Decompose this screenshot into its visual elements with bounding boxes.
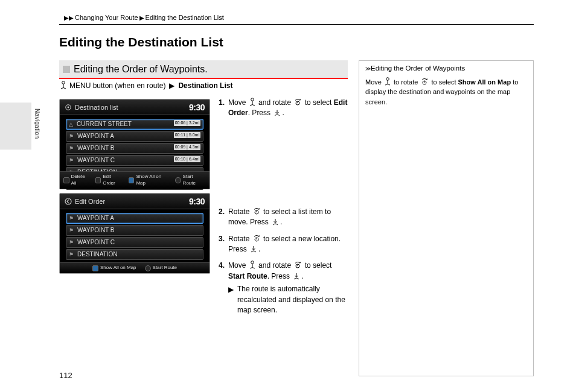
footer-button-label: Start Route bbox=[183, 174, 206, 187]
footer-button-label: Show All on Map bbox=[100, 265, 136, 271]
joystick-icon bbox=[249, 261, 256, 270]
menu-path-prefix: MENU button (when en route) bbox=[69, 81, 165, 90]
step-text: Rotate to select a new location. Press . bbox=[228, 234, 348, 255]
list-item-label: WAYPOINT C bbox=[77, 156, 115, 165]
breadcrumb-arrow-icon: ▶▶ bbox=[64, 14, 74, 21]
list-item-label: WAYPOINT B bbox=[77, 226, 115, 235]
back-icon bbox=[65, 198, 72, 205]
dial-icon bbox=[252, 235, 261, 243]
press-icon bbox=[271, 218, 280, 226]
joystick-icon bbox=[60, 81, 66, 90]
step-number: 4. bbox=[219, 261, 225, 315]
sidebar-body: Move to rotate to select Show All on Map… bbox=[365, 77, 527, 107]
press-icon bbox=[292, 272, 301, 280]
step-3: 3. Rotate to select a new location. Pres… bbox=[219, 234, 348, 255]
footer-button-icon bbox=[95, 177, 101, 183]
list-item-label: DESTINATION bbox=[77, 250, 117, 259]
screenshot-title: Edit Order bbox=[75, 197, 105, 206]
flag-icon: ⚑ bbox=[69, 252, 74, 257]
step-1: 1. Move and rotate to select Edit Order.… bbox=[219, 98, 348, 119]
list-item: ⚑WAYPOINT B00:09 | 4.3mi bbox=[66, 143, 203, 154]
sidebar-title: Editing the Order of Waypoints bbox=[371, 64, 465, 74]
page-title: Editing the Destination List bbox=[59, 34, 223, 51]
menu-path-arrow-icon: ▶ bbox=[169, 81, 174, 90]
list-item: ⚑DESTINATION bbox=[66, 249, 203, 260]
menu-path: MENU button (when en route) ▶ Destinatio… bbox=[59, 81, 232, 90]
sidebar-chevron-icon: ≫ bbox=[365, 65, 369, 72]
screenshot-footer-button: Edit Order bbox=[95, 174, 124, 187]
screenshot-edit-order: Edit Order 9:30 ⚑WAYPOINT A⚑WAYPOINT B⚑W… bbox=[59, 193, 210, 274]
flag-icon: ⚑ bbox=[69, 228, 74, 233]
list-item: ⚑WAYPOINT A00:11 | 5.0mi bbox=[66, 131, 203, 142]
list-item-chip: 00:09 | 4.3mi bbox=[174, 144, 200, 150]
footer-button-label: Delete All bbox=[71, 174, 91, 187]
joystick-icon bbox=[249, 98, 256, 107]
step-number: 2. bbox=[219, 207, 225, 228]
instructions: 1. Move and rotate to select Edit Order.… bbox=[219, 98, 348, 321]
clock: 9:30 bbox=[189, 196, 205, 207]
edit-order-rows: ⚑WAYPOINT A⚑WAYPOINT B⚑WAYPOINT C⚑DESTIN… bbox=[60, 209, 210, 264]
step-text: Rotate to select a list item to move. Pr… bbox=[228, 207, 348, 228]
list-item-label: WAYPOINT A bbox=[77, 132, 114, 141]
screenshot-footer-button: Delete All bbox=[63, 174, 91, 187]
flag-icon: ⚑ bbox=[69, 216, 74, 221]
screenshot-footer-button: Show All on Map bbox=[129, 174, 170, 187]
footer-button-icon bbox=[63, 177, 69, 183]
screenshot-destination-list: Destination list 9:30 ◬CURRENT STREET00:… bbox=[59, 99, 210, 189]
section-bullet-icon bbox=[63, 66, 70, 73]
screenshot-title: Destination list bbox=[75, 103, 118, 112]
screenshot-header: Edit Order 9:30 bbox=[60, 194, 210, 209]
side-tab bbox=[0, 103, 31, 150]
header-rule bbox=[59, 24, 534, 25]
breadcrumb-arrow-icon: ▶ bbox=[139, 14, 144, 21]
list-item-chip: 00:06 | 3.2mi bbox=[174, 120, 200, 126]
press-icon bbox=[249, 245, 258, 253]
sidebar-header: ≫ Editing the Order of Waypoints bbox=[365, 64, 527, 74]
sidebar-note: ≫ Editing the Order of Waypoints Move to… bbox=[359, 60, 534, 376]
pin-icon: ◬ bbox=[69, 121, 73, 128]
footer-button-label: Start Route bbox=[153, 265, 177, 271]
step-number: 3. bbox=[219, 234, 225, 255]
side-label: Navigation bbox=[33, 109, 41, 139]
screenshot-footer-button: Start Route bbox=[175, 174, 206, 187]
step-number: 1. bbox=[219, 98, 225, 119]
press-icon bbox=[273, 109, 281, 117]
step-text: Move and rotate to select Start Route. P… bbox=[228, 261, 348, 315]
screenshot-footer: Show All on MapStart Route bbox=[60, 262, 210, 273]
flag-icon: ⚑ bbox=[69, 146, 74, 151]
list-item-chip: 00:11 | 5.0mi bbox=[174, 132, 200, 138]
dial-icon bbox=[420, 78, 429, 86]
screenshot-footer-button: Start Route bbox=[145, 265, 177, 271]
list-item-label: WAYPOINT A bbox=[77, 214, 114, 223]
dial-icon bbox=[293, 98, 302, 107]
footer-button-label: Edit Order bbox=[103, 174, 124, 187]
destination-icon bbox=[65, 104, 72, 111]
screenshot-footer: Delete AllEdit OrderShow All on MapStart… bbox=[60, 171, 210, 189]
footer-button-icon bbox=[175, 177, 181, 183]
list-item: ⚑WAYPOINT A bbox=[66, 213, 203, 224]
footer-button-icon bbox=[92, 265, 98, 271]
list-item: ◬CURRENT STREET00:06 | 3.2mi bbox=[66, 119, 203, 130]
menu-path-dest: Destination List bbox=[178, 81, 232, 90]
page-number: 112 bbox=[59, 370, 72, 381]
section-title-text: Editing the Order of Waypoints. bbox=[74, 64, 208, 74]
flag-icon: ⚑ bbox=[69, 158, 74, 163]
step-4-result: ▶ The route is automatically recalculate… bbox=[228, 284, 348, 315]
list-item-label: WAYPOINT C bbox=[77, 238, 115, 247]
list-item-chip: 00:10 | 6.4mi bbox=[174, 156, 200, 162]
dial-icon bbox=[252, 207, 261, 216]
list-item: ⚑WAYPOINT C bbox=[66, 237, 203, 248]
list-item-label: CURRENT STREET bbox=[77, 120, 132, 128]
screenshot-header: Destination list 9:30 bbox=[60, 100, 210, 115]
breadcrumb-level-2: Editing the Destination List bbox=[146, 14, 224, 21]
clock: 9:30 bbox=[189, 102, 205, 113]
screenshot-footer-button: Show All on Map bbox=[92, 265, 136, 271]
step-2: 2. Rotate to select a list item to move.… bbox=[219, 207, 348, 228]
list-item-label: WAYPOINT B bbox=[77, 144, 115, 153]
flag-icon: ⚑ bbox=[69, 240, 74, 245]
footer-button-icon bbox=[145, 265, 151, 271]
result-arrow-icon: ▶ bbox=[228, 285, 234, 315]
breadcrumb: ▶▶Changing Your Route▶Editing the Destin… bbox=[63, 13, 224, 22]
step-4: 4. Move and rotate to select Start Route… bbox=[219, 261, 348, 315]
dial-icon bbox=[293, 261, 302, 270]
